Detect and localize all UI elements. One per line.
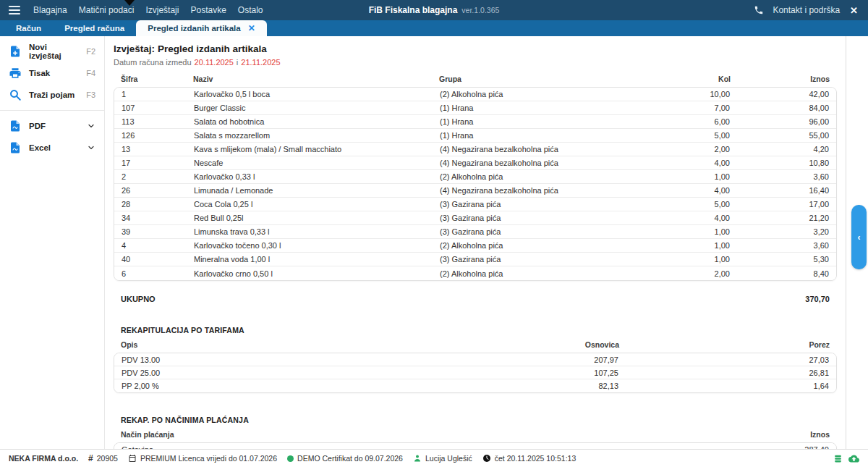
cell-grupa: (4) Negazirana bezalkoholna pića [440,186,643,195]
clock-icon [482,454,491,463]
chevron-left-icon: ‹ [858,232,861,243]
payment-table-header: Način plaćanja Iznos [114,430,837,442]
cell-sifra: 17 [122,159,194,167]
cell-osnovica: 82,13 [503,382,618,390]
license-text: PREMIUM Licenca vrijedi do 01.07.2026 [140,454,277,463]
table-row[interactable]: PDV 13.00207,9727,03 [114,353,836,366]
shortcut-badge: F2 [86,47,95,56]
table-row[interactable]: 28Coca Cola 0,25 l(3) Gazirana pića5,001… [114,198,836,211]
cell-opis: PDV 25.00 [122,369,503,377]
cell-iznos: 96,00 [730,117,829,126]
cell-iznos: 287,40 [730,445,829,449]
cell-iznos: 4,20 [730,145,829,153]
col-sifra: Šifra [121,75,193,83]
col-grupa: Grupa [439,75,644,83]
cursor-pointer [124,0,135,6]
cell-grupa: (3) Gazirana pića [440,214,643,222]
table-row[interactable]: 6Karlovačko crno 0,50 l(2) Alkoholna pić… [114,266,836,280]
cell-opis: PP 2,00 % [122,382,503,390]
cell-grupa: (4) Negazirana bezalkoholna pića [440,159,643,167]
table-row[interactable]: 113Salata od hobotnica(1) Hrana6,0096,00 [114,115,836,129]
cell-iznos: 3,60 [730,172,829,181]
window-close-icon[interactable]: ✕ [848,5,859,16]
datetime-text: čet 20.11.2025 10:51:13 [495,454,576,463]
table-row[interactable]: 1Karlovačko 0,5 l boca(2) Alkoholna pića… [114,88,836,101]
menu-item-blagajna[interactable]: Blagajna [33,5,67,15]
hamburger-menu-icon[interactable] [9,6,20,14]
excel-file-icon [9,141,22,154]
menu-item-izvjestaji[interactable]: Izvještaji [145,5,179,15]
date-separator: i [237,58,238,67]
tab-pregled-izdanih-artikala[interactable]: Pregled izdanih artikala ✕ [136,20,267,36]
cell-naziv: Karlovačko točeno 0,30 l [194,241,440,250]
cell-grupa: (4) Negazirana bezalkoholna pića [440,145,643,153]
col-naziv: Naziv [193,75,439,83]
tab-pregled-racuna[interactable]: Pregled računa [53,20,136,36]
side-panel-expand-button[interactable]: ‹ [851,205,867,269]
total-row: UKUPNO 370,70 [114,295,837,303]
cell-grupa: (1) Hrana [440,104,643,112]
table-row[interactable]: 17Nescafe(4) Negazirana bezalkoholna pić… [114,156,836,170]
sidebar-item-tisak[interactable]: Tisak F4 [0,62,104,84]
sidebar-item-label: Novi izvještaj [29,43,79,60]
cloud-upload-icon [848,453,859,464]
date-from: 20.11.2025 [195,58,234,67]
items-table: 1Karlovačko 0,5 l boca(2) Alkoholna pića… [114,87,837,281]
cell-kol: 4,00 [643,159,730,167]
sidebar-item-excel[interactable]: Excel [0,137,104,159]
cell-sifra: 39 [122,227,194,236]
table-row[interactable]: 34Red Bull 0,25l(3) Gazirana pića4,0021,… [114,211,836,225]
register-number: # 20905 [88,453,118,463]
tab-racun[interactable]: Račun [4,20,53,36]
table-row[interactable]: 126Salata s mozzarellom(1) Hrana5,0055,0… [114,129,836,143]
sidebar-item-label: Tisak [29,69,50,77]
cell-sifra: 126 [122,131,194,140]
tariff-table-header: Opis Osnovica Porez [114,340,837,353]
tab-close-icon[interactable]: ✕ [248,23,255,33]
payment-section-title: REKAP. PO NAČINIMA PLAĆANJA [114,416,837,424]
cell-sifra: 113 [122,117,194,126]
report-date-range: Datum računa između 20.11.2025 i 21.11.2… [114,58,837,67]
cell-grupa: (3) Gazirana pića [440,200,643,209]
sidebar-item-trazi-pojam[interactable]: Traži pojam F3 [0,84,104,106]
cell-sifra: 34 [122,214,194,222]
sidebar-item-pdf[interactable]: PDF [0,115,104,137]
search-icon [9,88,22,101]
table-row[interactable]: 4Karlovačko točeno 0,30 l(2) Alkoholna p… [114,239,836,253]
table-row[interactable]: 39Limunska trava 0,33 l(3) Gazirana pića… [114,225,836,239]
printer-icon [9,67,22,80]
cell-iznos: 84,00 [730,104,829,112]
table-row[interactable]: PP 2,00 %82,131,64 [114,379,836,392]
table-row[interactable]: PDV 25.00107,2526,81 [114,366,836,379]
table-row[interactable]: 13Kava s mlijekom (mala) / Small macchia… [114,143,836,156]
menu-item-maticni-podaci[interactable]: Matični podaci [79,5,135,15]
cell-porez: 27,03 [618,355,829,364]
cell-kol: 4,00 [643,186,730,195]
sidebar-item-novi-izvjestaj[interactable]: Novi izvještaj F2 [0,41,104,62]
cell-grupa: (3) Gazirana pića [440,255,643,264]
topbar: Blagajna Matični podaci Izvještaji Posta… [0,0,868,20]
cell-sifra: 1 [122,90,194,98]
cell-naziv: Red Bull 0,25l [194,214,440,222]
table-row[interactable]: Gotovina287,40 [114,443,836,449]
menu-item-postavke[interactable]: Postavke [190,5,226,15]
shortcut-badge: F4 [86,69,95,77]
cell-kol: 2,00 [643,269,730,278]
contact-support-link[interactable]: Kontakt i podrška [773,5,840,15]
tab-label: Pregled računa [64,24,124,33]
table-row[interactable]: 26Limunada / Lemonade(4) Negazirana beza… [114,184,836,198]
cell-iznos: 5,30 [730,255,829,264]
table-row[interactable]: 107Burger Classic(1) Hrana7,0084,00 [114,101,836,115]
tariff-section-title: REKAPITULACIJA PO TARIFAMA [114,326,837,335]
cell-nacin: Gotovina [122,445,730,449]
chevron-down-icon[interactable] [87,122,95,130]
menu-item-ostalo[interactable]: Ostalo [238,5,263,15]
cell-sifra: 13 [122,145,194,153]
total-label: UKUPNO [121,295,156,303]
col-porez: Porez [619,340,830,349]
tab-label: Račun [16,24,41,33]
cell-porez: 1,64 [618,382,829,390]
table-row[interactable]: 2Karlovačko 0,33 l(2) Alkoholna pića1,00… [114,170,836,184]
chevron-down-icon[interactable] [87,143,95,152]
table-row[interactable]: 40Mineralna voda 1,00 l(3) Gazirana pića… [114,253,836,266]
